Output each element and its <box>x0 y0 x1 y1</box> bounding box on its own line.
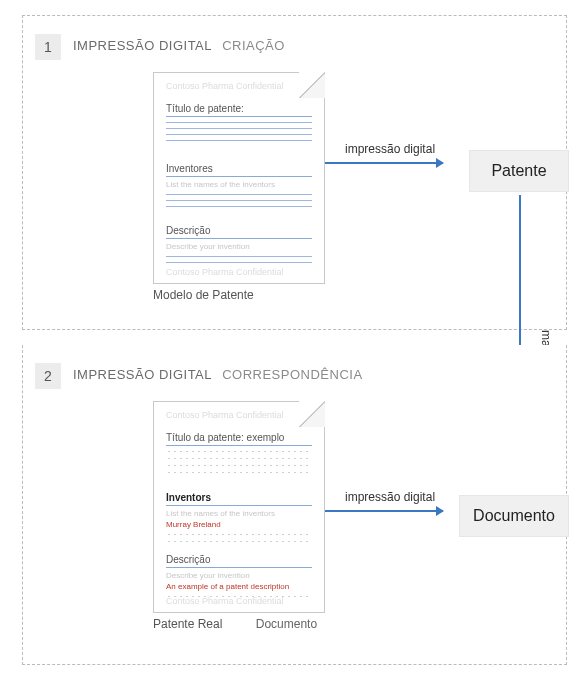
description-value: An example of a patent description <box>166 582 312 591</box>
title-label: Título de patente: <box>166 103 312 117</box>
inventors-label: Inventors <box>166 492 312 506</box>
doc-section-title: Título da patente: exemplo <box>166 432 312 478</box>
inventors-hint: List the names of the inventors <box>166 180 312 189</box>
doc-section-description: Descrição Describe your invention An exa… <box>166 554 312 602</box>
inventors-value: Murray Breland <box>166 520 312 529</box>
documento-box: Documento <box>459 495 569 537</box>
doc-section-description: Descrição Describe your invention <box>166 225 312 268</box>
panel1-heading: IMPRESSÃO DIGITAL CRIAÇÃO <box>73 38 285 53</box>
watermark-top: Contoso Pharma Confidential <box>166 81 284 91</box>
arrow-fingerprint-2 <box>325 510 443 512</box>
title-label: Título da patente: exemplo <box>166 432 312 446</box>
description-label: Descrição <box>166 225 312 239</box>
description-label: Descrição <box>166 554 312 568</box>
patente-box: Patente <box>469 150 569 192</box>
blank-lines <box>166 122 312 141</box>
heading-suffix: CRIAÇÃO <box>222 38 285 53</box>
caption-main: Patente Real <box>153 617 222 631</box>
doc-section-inventors: Inventors List the names of the inventor… <box>166 492 312 547</box>
doc-section-title: Título de patente: <box>166 103 312 146</box>
page-fold-icon <box>299 401 325 427</box>
arrow-label-1: impressão digital <box>345 142 435 156</box>
blank-lines <box>166 194 312 207</box>
description-hint: Describe your invention <box>166 571 312 580</box>
inventors-hint: List the names of the inventors <box>166 509 312 518</box>
real-document: Contoso Pharma Confidential Título da pa… <box>153 401 325 613</box>
arrow-fingerprint-1 <box>325 162 443 164</box>
watermark-bottom: Contoso Pharma Confidential <box>166 596 284 606</box>
step-badge-2: 2 <box>35 363 61 389</box>
page-fold-icon <box>299 72 325 98</box>
heading-prefix: IMPRESSÃO DIGITAL <box>73 367 212 382</box>
content-lines <box>166 450 312 474</box>
template-caption: Modelo de Patente <box>153 288 254 302</box>
patente-box-label: Patente <box>491 162 546 180</box>
watermark-bottom: Contoso Pharma Confidential <box>166 267 284 277</box>
description-hint: Describe your invention <box>166 242 312 251</box>
blank-lines <box>166 256 312 263</box>
caption-minor: Documento <box>256 617 317 631</box>
panel2-heading: IMPRESSÃO DIGITAL CORRESPONDÊNCIA <box>73 367 363 382</box>
real-caption: Patente Real Documento <box>153 617 317 631</box>
documento-box-label: Documento <box>473 507 555 525</box>
template-document: Contoso Pharma Confidential Título de pa… <box>153 72 325 284</box>
content-lines <box>166 533 312 543</box>
step-badge-1: 1 <box>35 34 61 60</box>
heading-prefix: IMPRESSÃO DIGITAL <box>73 38 212 53</box>
arrow-label-2: impressão digital <box>345 490 435 504</box>
watermark-top: Contoso Pharma Confidential <box>166 410 284 420</box>
heading-suffix: CORRESPONDÊNCIA <box>222 367 362 382</box>
inventors-label: Inventores <box>166 163 312 177</box>
doc-section-inventors: Inventores List the names of the invento… <box>166 163 312 212</box>
